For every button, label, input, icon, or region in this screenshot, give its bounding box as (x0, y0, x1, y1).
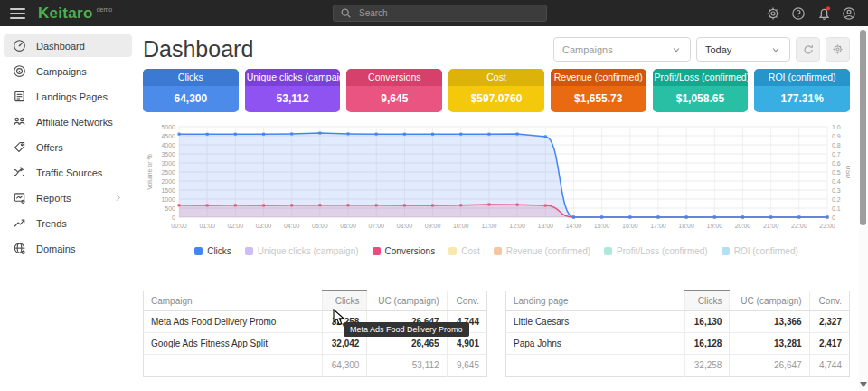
svg-text:0.2: 0.2 (832, 196, 841, 203)
row-name[interactable]: Meta Ads Food Delivery Promo (144, 311, 323, 333)
stat-card-label: ROI (confirmed) (754, 69, 850, 86)
sidebar-item-trends[interactable]: Trends (4, 212, 132, 234)
stat-card-label: Clicks (143, 69, 239, 86)
row-value: 2,327 (809, 311, 849, 333)
sidebar-item-label: Reports (36, 193, 71, 204)
sidebar-item-campaigns[interactable]: Campaigns (4, 60, 132, 82)
legend-item-profit-loss-confirmed[interactable]: Profit/Loss (confirmed) (604, 246, 708, 256)
legend-item-clicks[interactable]: Clicks (194, 246, 231, 256)
row-name[interactable]: Papa Johns (506, 333, 685, 355)
sidebar-item-dashboard[interactable]: Dashboard (4, 34, 132, 57)
table-totals-row: 32,25826,6474,744 (506, 355, 850, 377)
svg-text:Volume or %: Volume or % (146, 154, 153, 190)
svg-text:0.1: 0.1 (832, 205, 841, 212)
table-header-uc-campaign[interactable]: UC (campaign) (730, 291, 809, 311)
trend-icon (13, 216, 26, 230)
search-input[interactable] (357, 7, 540, 19)
topbar-actions (765, 0, 857, 26)
refresh-icon (802, 43, 815, 56)
topbar: Keitaro demo (0, 0, 868, 26)
svg-text:0.7: 0.7 (832, 151, 841, 157)
notifications-bell-icon[interactable] (816, 5, 832, 22)
stat-card-revenue-confirmed[interactable]: Revenue (confirmed)$1,655.73 (551, 69, 646, 112)
legend-label: Conversions (385, 246, 436, 256)
campaigns-filter-select[interactable]: Campaigns (553, 37, 691, 62)
sidebar-item-domains[interactable]: Domains (4, 237, 132, 260)
row-value: 2,417 (809, 333, 849, 355)
campaigns-filter-value: Campaigns (562, 44, 613, 55)
row-name[interactable]: Google Ads Fitness App Split (144, 333, 323, 355)
user-account-icon[interactable] (841, 5, 857, 22)
refresh-button[interactable] (796, 37, 820, 62)
svg-text:500: 500 (165, 205, 175, 212)
svg-text:10:00: 10:00 (453, 223, 469, 229)
chevron-right-icon (113, 193, 123, 203)
table-header-first[interactable]: Campaign (144, 291, 323, 311)
sidebar-item-traffic-sources[interactable]: Traffic Sources (4, 161, 132, 184)
row-name[interactable]: Little Caesars (506, 311, 685, 333)
stat-cards: Clicks64,300Unique clicks (campaign)53,1… (143, 69, 850, 112)
svg-text:01:00: 01:00 (199, 223, 215, 229)
table-header-first[interactable]: Landing page (506, 291, 685, 311)
svg-text:17:00: 17:00 (650, 223, 666, 229)
legend-item-conversions[interactable]: Conversions (373, 246, 436, 256)
stat-card-label: Unique clicks (campaign) (245, 69, 341, 86)
svg-text:00:00: 00:00 (171, 223, 187, 229)
legend-swatch (722, 247, 730, 255)
sidebar-item-affiliate-networks[interactable]: Affiliate Networks (4, 110, 132, 133)
sidebar-item-label: Traffic Sources (36, 167, 102, 178)
report-icon (13, 191, 26, 205)
logo[interactable]: Keitaro (38, 5, 93, 23)
table-header-uc-campaign[interactable]: UC (campaign) (367, 291, 447, 311)
sidebar-item-label: Domains (36, 243, 75, 254)
chart-legend: ClicksUnique clicks (campaign)Conversion… (143, 246, 850, 256)
legend-swatch (373, 247, 381, 255)
date-range-select[interactable]: Today (696, 37, 790, 62)
sidebar-item-label: Affiliate Networks (36, 117, 113, 128)
logo-demo-label: demo (97, 6, 113, 13)
sidebar-item-label: Offers (36, 142, 63, 153)
total-value: 26,647 (730, 355, 809, 377)
svg-text:14:00: 14:00 (566, 223, 582, 229)
sidebar-item-label: Landings Pages (36, 91, 108, 102)
stat-card-clicks[interactable]: Clicks64,300 (143, 69, 239, 112)
dashboard-settings-button[interactable] (826, 37, 850, 62)
table-header-conv[interactable]: Conv. (447, 291, 486, 311)
legend-item-roi-confirmed[interactable]: ROI (confirmed) (722, 246, 798, 256)
notification-dot (826, 6, 829, 10)
stat-card-label: Profit/Loss (confirmed) (653, 69, 749, 86)
legend-item-unique-clicks-campaign[interactable]: Unique clicks (campaign) (245, 246, 359, 256)
table-header-clicks[interactable]: Clicks (684, 291, 730, 311)
scrollbar-down-arrow-icon[interactable] (860, 382, 867, 387)
stat-card-profit-loss-confirmed[interactable]: Profit/Loss (confirmed)$1,058.65 (653, 69, 749, 112)
table-header-clicks[interactable]: Clicks (322, 291, 367, 311)
search-bar[interactable] (333, 5, 547, 22)
stat-card-roi-confirmed[interactable]: ROI (confirmed)177.31% (754, 69, 850, 112)
table-header-conv[interactable]: Conv. (809, 291, 849, 311)
stat-card-label: Cost (448, 69, 544, 86)
sidebar-item-label: Trends (36, 218, 67, 229)
help-icon[interactable] (790, 5, 807, 22)
landing-page-row[interactable]: Little Caesars16,13013,3662,327 (506, 311, 850, 333)
chevron-down-icon (671, 44, 682, 55)
legend-item-cost[interactable]: Cost (448, 246, 480, 256)
stat-card-cost[interactable]: Cost$597.0760 (448, 69, 544, 112)
total-value: 9,645 (447, 355, 486, 377)
sidebar-item-offers[interactable]: Offers (4, 136, 132, 158)
stat-card-conversions[interactable]: Conversions9,645 (346, 69, 442, 112)
sidebar-item-landings-pages[interactable]: Landings Pages (4, 85, 132, 108)
settings-gear-icon[interactable] (765, 5, 781, 22)
svg-text:23:00: 23:00 (819, 223, 835, 229)
menu-icon[interactable] (10, 8, 25, 19)
legend-item-revenue-confirmed[interactable]: Revenue (confirmed) (494, 246, 590, 256)
table-totals-row: 64,30053,1129,645 (144, 355, 487, 377)
tag-icon (13, 140, 26, 154)
scrollbar-thumb[interactable] (860, 30, 866, 225)
row-value: 16,130 (684, 311, 730, 333)
sidebar-item-reports[interactable]: Reports (4, 186, 132, 209)
sidebar-item-label: Campaigns (36, 66, 87, 77)
gear-icon (832, 43, 844, 55)
stat-card-unique-clicks-campaign[interactable]: Unique clicks (campaign)53,112 (245, 69, 341, 112)
main-content: Dashboard Campaigns Today Clicks64,300Un… (136, 26, 868, 391)
landing-page-row[interactable]: Papa Johns16,12813,2812,417 (506, 333, 850, 355)
